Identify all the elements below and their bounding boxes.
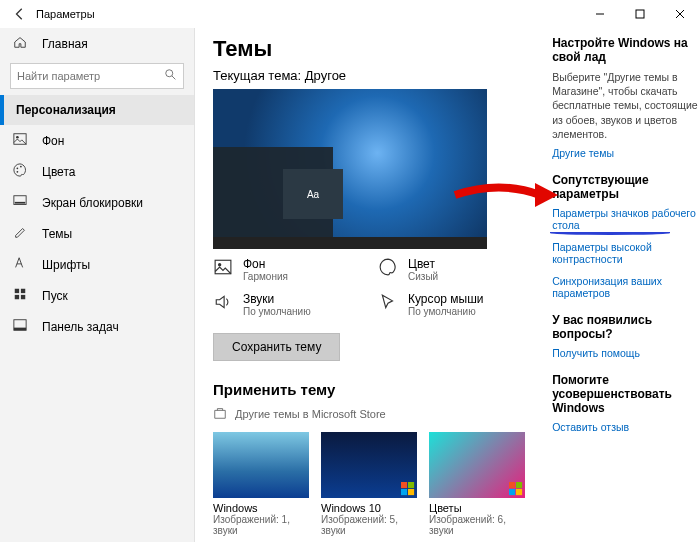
sidebar-item-lockscreen[interactable]: Экран блокировки	[0, 187, 194, 218]
theme-color-link[interactable]: Цвет Сизый	[378, 257, 533, 282]
sidebar-item-label: Цвета	[42, 165, 75, 179]
svg-rect-26	[516, 489, 522, 495]
preview-taskbar	[213, 237, 487, 249]
high-contrast-settings-link[interactable]: Параметры высокой контрастности	[552, 241, 700, 265]
svg-point-5	[16, 136, 19, 139]
sidebar-item-start[interactable]: Пуск	[0, 280, 194, 311]
improve-heading: Помогите усовершенствовать Windows	[552, 373, 700, 415]
start-icon	[12, 287, 28, 304]
cell-title: Курсор мыши	[408, 292, 484, 306]
store-link-label: Другие темы в Microsoft Store	[235, 408, 386, 420]
store-icon	[213, 406, 227, 422]
svg-rect-1	[636, 10, 644, 18]
svg-rect-11	[15, 289, 19, 293]
lockscreen-icon	[12, 194, 28, 211]
cell-value: Сизый	[408, 271, 438, 282]
more-themes-link[interactable]: Другие темы	[552, 147, 700, 159]
search-wrap	[10, 63, 184, 89]
store-themes-link[interactable]: Другие темы в Microsoft Store	[213, 406, 552, 422]
sidebar-home[interactable]: Главная	[0, 28, 194, 59]
window-controls	[580, 0, 700, 28]
palette-icon	[12, 163, 28, 180]
theme-thumbnail	[429, 432, 525, 498]
sidebar-category: Персонализация	[0, 95, 194, 125]
theme-cursor-link[interactable]: Курсор мыши По умолчанию	[378, 292, 533, 317]
search-input[interactable]	[10, 63, 184, 89]
close-icon	[675, 9, 685, 19]
svg-point-7	[20, 166, 22, 168]
sidebar: Главная Персонализация Фон Цвета Экран б…	[0, 28, 195, 542]
page-title: Темы	[213, 36, 552, 62]
customize-body: Выберите "Другие темы в Магазине", чтобы…	[552, 70, 700, 141]
svg-rect-16	[14, 328, 26, 331]
svg-rect-10	[15, 202, 26, 204]
maximize-button[interactable]	[620, 0, 660, 28]
sidebar-item-label: Фон	[42, 134, 64, 148]
theme-preview: Aa	[213, 89, 487, 249]
annotation-underline	[550, 231, 670, 235]
svg-rect-23	[509, 482, 515, 488]
feedback-link[interactable]: Оставить отзыв	[552, 421, 700, 433]
minimize-button[interactable]	[580, 0, 620, 28]
picture-icon	[213, 257, 233, 277]
customize-heading: Настройте Windows на свой лад	[552, 36, 700, 64]
questions-heading: У вас появились вопросы?	[552, 313, 700, 341]
sync-settings-link[interactable]: Синхронизация ваших параметров	[552, 275, 700, 299]
back-button[interactable]	[6, 0, 34, 28]
sidebar-item-label: Панель задач	[42, 320, 119, 334]
theme-item-windows[interactable]: Windows Изображений: 1, звуки	[213, 432, 309, 536]
cell-title: Фон	[243, 257, 288, 271]
search-icon	[164, 68, 178, 84]
svg-point-8	[17, 171, 19, 173]
theme-detail: Изображений: 5, звуки	[321, 514, 417, 536]
theme-background-link[interactable]: Фон Гармония	[213, 257, 368, 282]
svg-point-2	[166, 70, 173, 77]
picture-icon	[12, 132, 28, 149]
link-label: Параметры значков рабочего стола	[552, 207, 696, 231]
svg-rect-25	[509, 489, 515, 495]
sidebar-item-fonts[interactable]: Шрифты	[0, 249, 194, 280]
theme-item-windows10[interactable]: Windows 10 Изображений: 5, звуки	[321, 432, 417, 536]
svg-rect-13	[15, 295, 19, 299]
taskbar-icon	[12, 318, 28, 335]
sidebar-item-label: Темы	[42, 227, 72, 241]
theme-item-flowers[interactable]: Цветы Изображений: 6, звуки	[429, 432, 525, 536]
svg-rect-12	[21, 289, 25, 293]
cursor-icon	[378, 292, 398, 312]
cell-title: Цвет	[408, 257, 438, 271]
preview-window: Aa	[283, 169, 343, 219]
sidebar-item-taskbar[interactable]: Панель задач	[0, 311, 194, 342]
svg-point-6	[17, 167, 19, 169]
sidebar-item-themes[interactable]: Темы	[0, 218, 194, 249]
svg-point-18	[218, 263, 221, 266]
related-heading: Сопутствующие параметры	[552, 173, 700, 201]
sidebar-home-label: Главная	[42, 37, 88, 51]
theme-name: Windows	[213, 502, 309, 514]
arrow-left-icon	[13, 7, 27, 21]
theme-thumbnail	[321, 432, 417, 498]
windows-badge-icon	[401, 482, 415, 496]
svg-rect-22	[408, 489, 414, 495]
theme-detail: Изображений: 1, звуки	[213, 514, 309, 536]
desktop-icons-settings-link[interactable]: Параметры значков рабочего стола	[552, 207, 700, 231]
theme-detail: Изображений: 6, звуки	[429, 514, 525, 536]
preview-sample-text: Aa	[307, 189, 319, 200]
get-help-link[interactable]: Получить помощь	[552, 347, 700, 359]
fonts-icon	[12, 256, 28, 273]
sidebar-item-label: Экран блокировки	[42, 196, 143, 210]
sidebar-item-label: Шрифты	[42, 258, 90, 272]
save-theme-button[interactable]: Сохранить тему	[213, 333, 340, 361]
cell-value: Гармония	[243, 271, 288, 282]
palette-icon	[378, 257, 398, 277]
svg-rect-21	[401, 489, 407, 495]
svg-rect-24	[516, 482, 522, 488]
title-bar: Параметры	[0, 0, 700, 28]
sidebar-item-colors[interactable]: Цвета	[0, 156, 194, 187]
theme-sounds-link[interactable]: Звуки По умолчанию	[213, 292, 368, 317]
theme-name: Windows 10	[321, 502, 417, 514]
sidebar-item-background[interactable]: Фон	[0, 125, 194, 156]
close-button[interactable]	[660, 0, 700, 28]
maximize-icon	[635, 9, 645, 19]
cell-title: Звуки	[243, 292, 311, 306]
theme-thumbnail	[213, 432, 309, 498]
